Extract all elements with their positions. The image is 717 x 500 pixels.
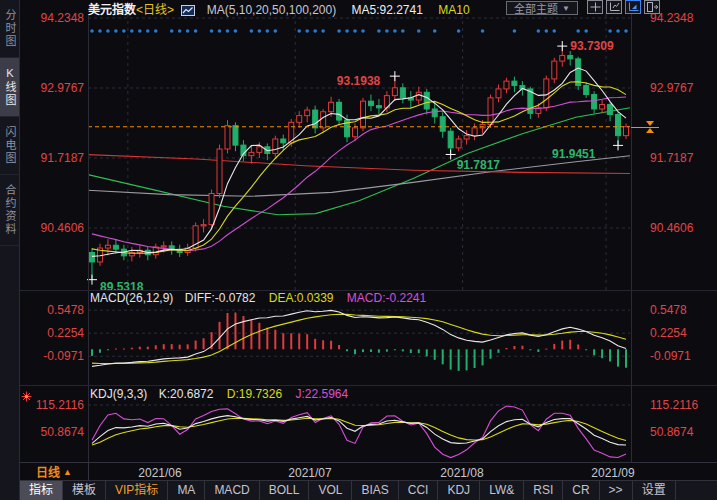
period-tag: <日线> (136, 3, 174, 17)
sidebar-item-0[interactable]: 分时图 (0, 0, 19, 58)
axis-label: 90.4606 (650, 221, 693, 235)
tab-MA[interactable]: MA (168, 481, 205, 500)
tab->>[interactable]: >> (600, 481, 633, 500)
chart-toolbar: 美元指数<日线> MA(5,10,20,50,100,200) MA5:92.2… (88, 0, 717, 16)
axis-label: 91.7187 (20, 151, 84, 165)
ma10-value: MA10 (438, 3, 469, 17)
tab-CR[interactable]: CR (563, 481, 599, 500)
theme-dropdown-label: 全部主题 (514, 0, 558, 16)
axis-label: -0.0971 (650, 349, 691, 363)
period-selector[interactable]: 日线 ▲ (20, 463, 89, 480)
theme-dropdown-button[interactable]: 全部主题 ▼ (506, 1, 578, 15)
x-axis-month-label: 2021/09 (591, 466, 634, 480)
x-axis-month-label: 2021/06 (138, 466, 181, 480)
right-axis-icon[interactable] (625, 0, 641, 14)
axis-label: -0.0971 (20, 349, 84, 363)
sidebar-item-label: 闪电图 (4, 126, 15, 165)
ma5-value: MA5:92.2741 (352, 3, 423, 17)
tab-模板[interactable]: 模板 (63, 481, 106, 500)
trading-app-window: 分时图K线图闪电图合约资料 美元指数<日线> MA(5,10,20,50,100… (0, 0, 717, 500)
collapse-panel-icon[interactable] (644, 0, 660, 14)
axis-label: 0.2254 (20, 326, 84, 340)
chevron-down-icon: ▼ (562, 4, 570, 13)
axis-label: 115.2116 (650, 398, 698, 412)
tab-设置[interactable]: 设置 (633, 481, 676, 500)
x-axis-month-label: 2021/07 (288, 466, 331, 480)
price-annotation: 91.7817 (457, 158, 501, 172)
tab-CCI[interactable]: CCI (399, 481, 439, 500)
triangle-up-icon: ▲ (63, 467, 72, 477)
tab-RSI[interactable]: RSI (524, 481, 563, 500)
sidebar-item-label: 分时图 (4, 9, 15, 48)
price-annotation: 93.7309 (570, 39, 614, 53)
sidebar-item-1[interactable]: K线图 (0, 58, 19, 117)
instrument-title: 美元指数 (88, 3, 136, 17)
kdj-title: KDJ(9,3,3) (90, 387, 147, 401)
price-annotation: 91.9451 (552, 147, 596, 161)
crosshair-icon[interactable] (587, 0, 603, 14)
last-price-line (631, 127, 659, 128)
tab-LW&[interactable]: LW& (480, 481, 524, 500)
kdj-d-value: D:19.7326 (227, 387, 282, 401)
indicator-tab-bar: 指标模板VIP指标MAMACDBOLLVOLBIASCCIKDJLW&RSICR… (20, 481, 717, 500)
axis-label: 50.8674 (650, 425, 693, 439)
plot-right-border (631, 0, 632, 462)
ma-settings-label: MA(5,10,20,50,100,200) (207, 3, 336, 17)
chart-type-icon (181, 5, 195, 19)
sidebar-item-2[interactable]: 闪电图 (0, 117, 19, 175)
axis-label: 90.4606 (20, 221, 84, 235)
tab-BOLL[interactable]: BOLL (260, 481, 310, 500)
axis-label: 50.8674 (20, 425, 84, 439)
axis-label: 91.7187 (650, 151, 693, 165)
sidebar-item-3[interactable]: 合约资料 (0, 175, 19, 246)
axis-label: 94.2348 (20, 11, 84, 25)
plot-left-border (88, 14, 89, 462)
kdj-j-value: J:22.5964 (296, 387, 349, 401)
axis-label: 0.5478 (20, 303, 84, 317)
macd-diff-value: DIFF:-0.0782 (185, 291, 256, 305)
chart-type-sidebar: 分时图K线图闪电图合约资料 (0, 0, 20, 500)
tab-KDJ[interactable]: KDJ (438, 481, 480, 500)
tab-MACD[interactable]: MACD (205, 481, 259, 500)
candlestick-chart[interactable]: 89.531893.193893.730991.781791.9451 (88, 14, 630, 290)
axis-row-border (20, 462, 717, 463)
sidebar-item-label: K线图 (4, 67, 15, 107)
macd-dea-value: DEA:0.0339 (269, 291, 334, 305)
axis-label: 92.9767 (20, 81, 84, 95)
tab-VIP指标[interactable]: VIP指标 (106, 481, 168, 500)
axis-settings-icon[interactable] (606, 0, 622, 14)
price-annotation: 93.1938 (337, 74, 381, 88)
tab-指标[interactable]: 指标 (20, 481, 63, 500)
macd-header: MACD(26,12,9) DIFF:-0.0782 DEA:0.0339 MA… (90, 291, 426, 305)
x-axis-month-label: 2021/08 (440, 466, 483, 480)
axis-label: 92.9767 (650, 81, 693, 95)
price-marker-icon (646, 128, 654, 133)
kdj-k-value: K:20.6872 (159, 387, 214, 401)
axis-label: 0.2254 (650, 326, 687, 340)
tab-BIAS[interactable]: BIAS (352, 481, 398, 500)
macd-macd-value: MACD:-0.2241 (347, 291, 426, 305)
toolbar-icon-group (584, 0, 660, 14)
macd-title: MACD(26,12,9) (90, 291, 173, 305)
panel-separator (20, 385, 717, 386)
kdj-header: KDJ(9,3,3) K:20.6872 D:19.7326 J:22.5964 (90, 387, 348, 401)
tabbar-filler (676, 481, 717, 500)
axis-label: 115.2116 (20, 398, 84, 412)
period-label: 日线 (36, 463, 60, 480)
tab-VOL[interactable]: VOL (309, 481, 352, 500)
sidebar-item-label: 合约资料 (4, 184, 15, 236)
axis-label: 0.5478 (650, 303, 687, 317)
price-marker-icon (646, 121, 654, 126)
